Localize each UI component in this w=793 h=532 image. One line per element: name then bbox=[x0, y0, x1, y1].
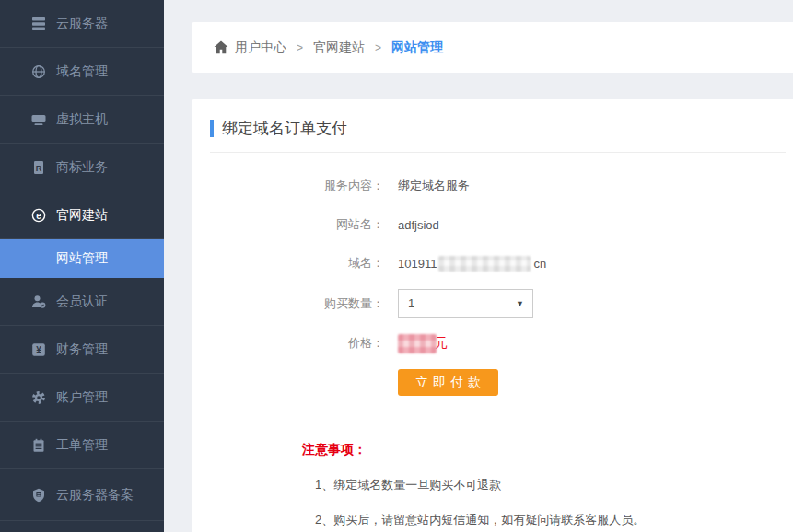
chevron-down-icon: ▼ bbox=[516, 299, 524, 308]
sidebar-item-label: 云服务器 bbox=[56, 16, 108, 32]
sidebar-item-cloud-server[interactable]: 云服务器 bbox=[0, 0, 164, 48]
svg-text:¥: ¥ bbox=[36, 345, 41, 355]
filing-shield-icon bbox=[31, 488, 46, 503]
sidebar-item-label: 账户管理 bbox=[56, 389, 108, 406]
site-name-value: adfjsiod bbox=[398, 218, 439, 232]
service-value: 绑定域名服务 bbox=[398, 178, 470, 194]
panel-title-row: 绑定域名订单支付 bbox=[210, 118, 786, 139]
breadcrumb-item-user-center[interactable]: 用户中心 bbox=[235, 40, 286, 56]
sidebar-item-website-builder[interactable]: e 官网建站 bbox=[0, 191, 164, 239]
member-verify-icon bbox=[31, 295, 46, 309]
svg-text:e: e bbox=[36, 210, 41, 220]
price-label: 价格： bbox=[210, 335, 384, 352]
sidebar-item-label: 会员认证 bbox=[56, 294, 108, 310]
domain-value-prefix: 101911 bbox=[398, 257, 437, 271]
domain-value-suffix: cn bbox=[533, 257, 546, 271]
sidebar: 云服务器 域名管理 虚拟主机 R 商标业务 e 官网建站 网站管理 会员认证 bbox=[0, 0, 164, 532]
sidebar-item-label: 域名管理 bbox=[56, 64, 108, 80]
form-row-site-name: 网站名： adfjsiod bbox=[210, 212, 786, 237]
price-value: 元 bbox=[398, 334, 448, 353]
order-payment-panel: 绑定域名订单支付 服务内容： 绑定域名服务 网站名： adfjsiod 域名： … bbox=[192, 99, 793, 532]
note-item-2: 2、购买后，请留意站内短信通知，如有疑问请联系客服人员。 bbox=[315, 512, 786, 528]
form-row-quantity: 购买数量： 1 ▼ bbox=[210, 289, 786, 318]
quantity-label: 购买数量： bbox=[210, 295, 384, 312]
domain-value: 101911 cn bbox=[398, 256, 546, 272]
sidebar-item-label: 商标业务 bbox=[56, 159, 108, 176]
pay-now-button[interactable]: 立即付款 bbox=[398, 369, 498, 396]
cloud-server-icon bbox=[31, 17, 46, 31]
breadcrumb-item-site-management[interactable]: 网站管理 bbox=[391, 40, 443, 56]
sidebar-item-member-verify[interactable]: 会员认证 bbox=[0, 278, 164, 326]
quantity-select[interactable]: 1 ▼ bbox=[398, 289, 533, 318]
quantity-selected-value: 1 bbox=[408, 296, 414, 310]
form-row-price: 价格： 元 bbox=[210, 330, 786, 356]
form-row-domain: 域名： 101911 cn bbox=[210, 250, 786, 276]
domain-redaction-mosaic bbox=[438, 256, 531, 272]
title-divider bbox=[210, 152, 786, 153]
breadcrumb-separator: > bbox=[297, 41, 303, 54]
home-icon bbox=[214, 40, 228, 54]
service-label: 服务内容： bbox=[210, 178, 384, 194]
quantity-field-wrap: 1 ▼ bbox=[398, 289, 533, 318]
sidebar-item-label: 工单管理 bbox=[56, 437, 108, 454]
domain-globe-icon bbox=[31, 64, 46, 79]
sidebar-item-trademark[interactable]: R 商标业务 bbox=[0, 144, 164, 191]
order-form: 服务内容： 绑定域名服务 网站名： adfjsiod 域名： 101911 cn… bbox=[210, 173, 786, 396]
site-name-label: 网站名： bbox=[210, 216, 384, 233]
form-row-service: 服务内容： 绑定域名服务 bbox=[210, 173, 786, 199]
website-builder-icon: e bbox=[31, 208, 46, 223]
sidebar-item-server-filing[interactable]: 云服务器备案 bbox=[0, 469, 164, 521]
sidebar-item-label: 虚拟主机 bbox=[56, 111, 108, 128]
work-order-icon bbox=[31, 438, 46, 453]
svg-text:R: R bbox=[36, 163, 42, 172]
domain-label: 域名： bbox=[210, 255, 384, 272]
sidebar-item-virtual-host[interactable]: 虚拟主机 bbox=[0, 96, 164, 144]
sidebar-item-label: 财务管理 bbox=[56, 341, 108, 358]
price-unit: 元 bbox=[435, 335, 448, 352]
sidebar-item-label: 官网建站 bbox=[56, 207, 108, 224]
sidebar-item-finance[interactable]: ¥ 财务管理 bbox=[0, 326, 164, 374]
content-area: 用户中心 > 官网建站 > 网站管理 绑定域名订单支付 服务内容： 绑定域名服务… bbox=[192, 0, 793, 532]
virtual-host-icon bbox=[31, 112, 46, 127]
sidebar-item-domain[interactable]: 域名管理 bbox=[0, 48, 164, 96]
sidebar-item-account[interactable]: 账户管理 bbox=[0, 374, 164, 422]
sidebar-subitem-label: 网站管理 bbox=[56, 250, 108, 267]
breadcrumb: 用户中心 > 官网建站 > 网站管理 bbox=[192, 22, 793, 73]
note-item-1: 1、绑定域名数量一旦购买不可退款 bbox=[315, 477, 786, 493]
sidebar-item-label: 云服务器备案 bbox=[56, 487, 134, 503]
notes-section: 注意事项： 1、绑定域名数量一旦购买不可退款 2、购买后，请留意站内短信通知，如… bbox=[302, 442, 786, 528]
title-accent-bar bbox=[210, 120, 214, 137]
notes-title: 注意事项： bbox=[302, 442, 786, 458]
sidebar-subitem-site-management[interactable]: 网站管理 bbox=[0, 239, 164, 278]
breadcrumb-separator: > bbox=[375, 41, 381, 54]
page-title: 绑定域名订单支付 bbox=[222, 118, 347, 139]
trademark-icon: R bbox=[31, 160, 46, 175]
price-redaction-mosaic bbox=[398, 334, 437, 353]
account-gear-icon bbox=[31, 390, 46, 405]
breadcrumb-item-website-builder[interactable]: 官网建站 bbox=[313, 40, 365, 56]
sidebar-item-work-order[interactable]: 工单管理 bbox=[0, 422, 164, 469]
finance-yuan-icon: ¥ bbox=[31, 342, 46, 357]
